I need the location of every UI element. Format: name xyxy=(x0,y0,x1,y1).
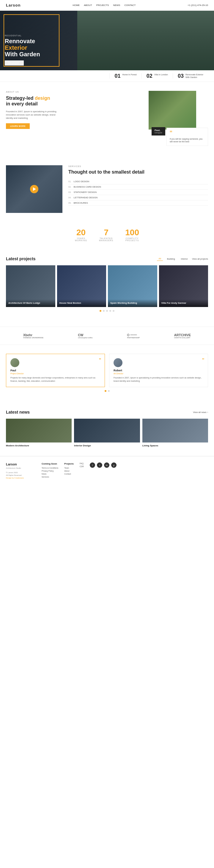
news-title-1: Modern Architecture xyxy=(6,444,72,447)
footer-link-privacy[interactable]: Privacy Policy xyxy=(42,470,58,472)
see-project-button[interactable]: See project › xyxy=(5,60,24,65)
test-dot-2[interactable] xyxy=(108,390,110,392)
about-label: ABOUT US xyxy=(6,91,143,93)
stat-projects: 100 COMPLITYPROJECTS xyxy=(125,228,139,242)
service-text-4: LETTERHEAD DESIGN xyxy=(74,196,98,199)
filter-interior[interactable]: Interior xyxy=(179,257,190,261)
view-all-news[interactable]: View all news › xyxy=(193,411,208,413)
news-card-1[interactable]: Modern Architecture xyxy=(6,418,72,447)
footer-link-contact[interactable]: Contact xyxy=(64,473,74,475)
partner-cw: CW christopher·willis xyxy=(78,333,93,339)
projects-header: Latest projects All Building Interior Vi… xyxy=(6,256,208,261)
nav-contact[interactable]: CONTACT xyxy=(124,4,136,6)
testimonial-role-1: Project Director xyxy=(10,373,101,375)
learn-more-button[interactable]: LEARN MORE xyxy=(6,123,30,129)
project-card-1[interactable]: Architecture Of Bario Lodge xyxy=(6,265,55,307)
dot-4[interactable] xyxy=(109,310,111,312)
strip-item-3[interactable]: 03 Rennovate Exterior With Garden xyxy=(173,73,208,79)
nav-links: HOME ABOUT PROJECTS NEWS CONTACT xyxy=(73,4,136,6)
news-title-2: Interior Design xyxy=(74,444,140,447)
testimonial-card-1: " Paul Project Director Projects for man… xyxy=(6,354,105,387)
designer-role: Designer xyxy=(154,132,162,134)
view-all-projects[interactable]: View all projects xyxy=(192,257,208,260)
footer-link-cdr[interactable]: CDR xyxy=(80,465,84,467)
avatar-paul xyxy=(10,358,19,367)
service-num-3: 03. xyxy=(68,191,71,193)
about-desc: Founded in 2007, Ipsum is specializing i… xyxy=(6,110,60,120)
nav-logo[interactable]: Larson xyxy=(6,3,21,7)
testimonial-name-2: Robert xyxy=(113,369,204,372)
partner-name-3: ◇ —— xyxy=(127,333,137,337)
partner-sub-2: christopher·willis xyxy=(78,337,93,339)
facebook-icon[interactable]: f xyxy=(90,462,95,468)
news-card-3[interactable]: Living Spaces xyxy=(142,418,208,447)
nav-home[interactable]: HOME xyxy=(73,4,80,6)
stat-label-projects: COMPLITYPROJECTS xyxy=(126,237,139,242)
nav-news[interactable]: NEWS xyxy=(113,4,120,6)
services-title: Thought out to the smallest detail xyxy=(68,169,208,175)
news-grid: Modern Architecture Interior Design Livi… xyxy=(6,418,208,447)
phone-number: +1 (211) 474-29-10 xyxy=(187,4,208,6)
twitter-icon[interactable]: t xyxy=(97,462,102,468)
partner-name-4: ARTCHIVE xyxy=(174,333,191,337)
youtube-icon[interactable]: y xyxy=(111,462,116,468)
filter-building[interactable]: Building xyxy=(165,257,177,261)
about-title-accent: design xyxy=(35,96,50,101)
footer-link-about[interactable]: About xyxy=(64,470,74,472)
dot-1[interactable] xyxy=(100,310,101,312)
news-title-3: Living Spaces xyxy=(142,444,208,447)
footer-link-faq[interactable]: FAQ xyxy=(80,462,84,465)
hero-btn-label: See project xyxy=(8,62,19,64)
dot-2[interactable] xyxy=(103,310,105,312)
stat-label-years: YEARSWORKING xyxy=(75,237,87,242)
hero-image xyxy=(77,11,214,70)
partner-artchive: ARTCHIVE CRAFTS GALLERY xyxy=(174,333,191,339)
filter-all[interactable]: All xyxy=(157,257,163,261)
service-num-5: 05. xyxy=(68,202,71,204)
dot-5[interactable] xyxy=(113,310,114,312)
linkedin-icon[interactable]: in xyxy=(104,462,109,468)
service-num-1: 01. xyxy=(68,181,71,183)
news-card-2[interactable]: Interior Design xyxy=(74,418,140,447)
project-overlay-1: Architecture Of Bario Lodge xyxy=(6,299,55,307)
about-image: Paul, Designer xyxy=(149,91,196,129)
footer-col-2-title: Projects xyxy=(64,462,74,465)
service-num-4: 04. xyxy=(68,196,71,198)
play-icon xyxy=(33,187,36,191)
dot-3[interactable] xyxy=(106,310,108,312)
avatar-robert xyxy=(113,358,122,367)
partner-3: ◇ —— PARTNERSHIP xyxy=(127,333,140,339)
hero-label: RESIDENTIAL xyxy=(5,35,73,37)
projects-section: Latest projects All Building Interior Vi… xyxy=(0,250,214,324)
project-card-2[interactable]: House Neal Boston xyxy=(57,265,106,307)
footer-link-services[interactable]: Services xyxy=(42,476,58,478)
project-overlay-2: House Neal Boston xyxy=(57,299,106,307)
news-image-3 xyxy=(142,418,208,442)
strip-item-1[interactable]: 01 Home In Forest xyxy=(109,73,141,79)
footer: Larson Architecture Studio © Larson 2023… xyxy=(0,456,214,483)
news-section: Latest news View all news › Modern Archi… xyxy=(0,404,214,456)
building-bg xyxy=(77,11,214,70)
footer-link-terms[interactable]: Terms & Conditions xyxy=(42,467,58,469)
hero-line1: Rennovate xyxy=(5,38,35,44)
footer-copy: © Larson 2023All Rights Reserved Design … xyxy=(6,471,36,479)
service-item-5: 05. BROCHURES xyxy=(68,200,208,206)
projects-dots xyxy=(6,307,208,315)
footer-link-news[interactable]: News xyxy=(42,473,58,475)
projects-title: Latest projects xyxy=(6,256,36,261)
footer-social-col: f t in y xyxy=(90,462,116,479)
project-card-3[interactable]: Spain Working Building xyxy=(108,265,157,307)
partner-name-1: Xbehr xyxy=(23,333,32,337)
about-right: Paul, Designer " If you will be copying … xyxy=(149,91,208,129)
play-button[interactable] xyxy=(30,185,38,193)
nav-projects[interactable]: PROJECTS xyxy=(96,4,109,6)
footer-link-team[interactable]: Team xyxy=(64,467,74,469)
nav-about[interactable]: ABOUT xyxy=(84,4,92,6)
strip-item-2[interactable]: 02 Villa In London xyxy=(141,73,173,79)
testimonials-grid: " Paul Project Director Projects for man… xyxy=(6,354,208,387)
test-dot-1[interactable] xyxy=(105,390,106,392)
strip-num-3: 03 xyxy=(178,73,184,79)
stat-num-projects: 100 xyxy=(125,228,139,237)
footer-col-3: FAQ CDR xyxy=(80,462,84,479)
project-card-4[interactable]: Villa For Andy Garmar xyxy=(159,265,208,307)
